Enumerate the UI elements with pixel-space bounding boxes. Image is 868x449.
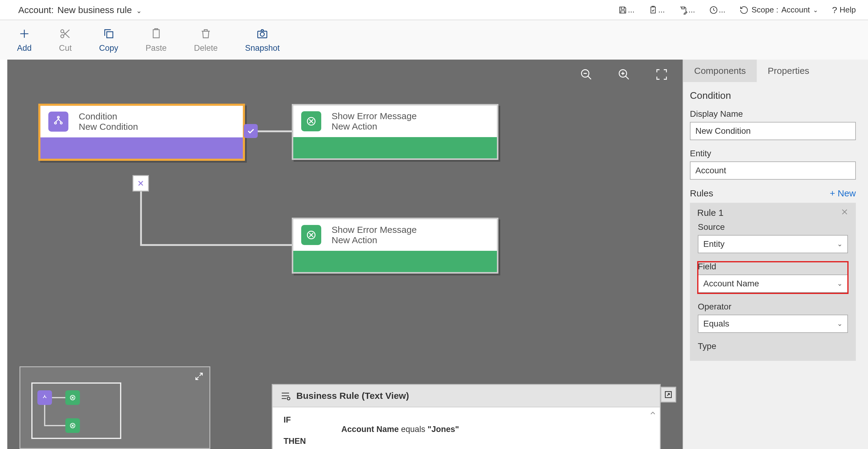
condition-icon — [48, 112, 68, 131]
text-view-header[interactable]: Business Rule (Text View) — [273, 385, 660, 407]
operator-select[interactable]: Equals ⌄ — [698, 315, 848, 333]
condition-footer — [40, 138, 243, 159]
false-branch-badge[interactable] — [132, 175, 149, 191]
stmt-val: "Jones" — [428, 425, 459, 434]
scroll-up-button[interactable] — [649, 409, 658, 418]
check-icon — [246, 127, 255, 135]
action-footer — [293, 137, 497, 158]
activate-menu[interactable]: ... — [709, 5, 725, 14]
question-icon: ? — [832, 5, 837, 15]
cut-label: Cut — [59, 43, 72, 53]
copy-icon — [103, 28, 115, 40]
x-icon — [136, 179, 145, 187]
error-action-icon — [301, 111, 321, 131]
scissors-icon — [59, 28, 71, 40]
svg-point-7 — [260, 32, 265, 36]
node-title: Show Error Message — [332, 111, 417, 121]
rules-label: Rules — [690, 188, 713, 199]
help-label: Help — [840, 5, 856, 14]
svg-rect-4 — [107, 32, 113, 38]
validate-menu[interactable]: ... — [649, 5, 665, 14]
chevron-down-icon: ⌄ — [813, 6, 818, 14]
text-view-popout-button[interactable] — [660, 387, 676, 402]
clipboard-icon — [150, 28, 162, 40]
svg-point-11 — [60, 122, 62, 124]
condition-node[interactable]: Condition New Condition — [38, 104, 245, 161]
paste-button[interactable]: Paste — [146, 28, 166, 53]
add-button[interactable]: Add — [17, 28, 32, 53]
operator-value: Equals — [703, 319, 730, 329]
field-value: Account Name — [703, 279, 759, 289]
clock-icon — [709, 5, 718, 14]
source-value: Entity — [703, 239, 724, 249]
tab-components[interactable]: Components — [683, 60, 757, 82]
delete-label: Delete — [194, 43, 218, 53]
popout-icon — [664, 390, 673, 399]
stmt-op: equals — [401, 425, 426, 434]
action-node-1[interactable]: Show Error Message New Action — [292, 104, 498, 160]
text-view-title: Business Rule (Text View) — [296, 391, 409, 401]
display-name-label: Display Name — [690, 109, 856, 119]
text-view-panel: Business Rule (Text View) IF Account Nam… — [272, 384, 661, 449]
help-link[interactable]: ? Help — [832, 5, 856, 15]
minimap[interactable] — [20, 366, 210, 449]
stmt-field: Account Name — [341, 425, 399, 434]
true-branch-badge[interactable] — [244, 124, 258, 138]
trash-icon — [200, 28, 212, 40]
title-entity-label: Account: — [18, 5, 54, 15]
scope-selector[interactable]: Scope : Account ⌄ — [739, 5, 818, 14]
field-label: Field — [698, 262, 848, 271]
history-icon — [739, 5, 749, 14]
if-keyword: IF — [284, 415, 649, 425]
plus-icon — [18, 28, 30, 40]
source-select[interactable]: Entity ⌄ — [698, 235, 848, 253]
display-name-input[interactable] — [690, 122, 856, 140]
text-view-body: IF Account Name equals "Jones" THEN — [273, 407, 660, 449]
cut-button[interactable]: Cut — [59, 28, 72, 53]
delete-button[interactable]: Delete — [194, 28, 218, 53]
chevron-down-icon: ⌄ — [837, 240, 842, 248]
chevron-down-icon: ⌄ — [136, 7, 142, 15]
close-icon — [841, 208, 848, 216]
add-label: Add — [17, 43, 32, 53]
then-keyword: THEN — [284, 437, 649, 446]
if-statement: Account Name equals "Jones" — [341, 425, 649, 434]
list-settings-icon — [280, 390, 291, 401]
chevron-up-icon — [649, 409, 657, 417]
entity-label: Entity — [690, 149, 856, 158]
rule-title-dropdown[interactable]: Account: New business rule ⌄ — [18, 5, 142, 15]
snapshot-button[interactable]: Snapshot — [245, 28, 280, 53]
svg-point-10 — [54, 122, 56, 124]
snapshot-label: Snapshot — [245, 43, 280, 53]
rule-1-title: Rule 1 — [697, 208, 724, 218]
copy-button[interactable]: Copy — [99, 28, 118, 53]
save-pencil-icon — [679, 5, 688, 14]
svg-rect-5 — [153, 30, 159, 38]
operator-label: Operator — [698, 302, 848, 311]
minimap-lines — [20, 367, 209, 448]
title-rule-name: New business rule — [57, 5, 132, 15]
source-label: Source — [698, 222, 848, 232]
error-action-icon — [301, 225, 321, 245]
action-footer — [293, 251, 497, 272]
node-subtitle: New Action — [332, 235, 417, 245]
panel-section-title: Condition — [690, 90, 856, 101]
paste-label: Paste — [146, 43, 166, 53]
chevron-down-icon: ⌄ — [837, 320, 842, 328]
design-canvas[interactable]: Condition New Condition Show Error Messa… — [7, 60, 683, 449]
title-bar: Account: New business rule ⌄ ... ... ...… — [0, 0, 868, 20]
rule-delete-button[interactable] — [841, 208, 848, 218]
new-rule-button[interactable]: + New — [830, 188, 856, 199]
field-select[interactable]: Account Name ⌄ — [698, 274, 848, 293]
node-subtitle: New Condition — [79, 122, 138, 132]
save-as-menu[interactable]: ... — [679, 5, 695, 14]
entity-input[interactable] — [690, 161, 856, 180]
save-menu[interactable]: ... — [618, 5, 634, 14]
action-node-2[interactable]: Show Error Message New Action — [292, 218, 498, 274]
tab-properties[interactable]: Properties — [757, 60, 820, 82]
chevron-down-icon: ⌄ — [837, 280, 842, 288]
copy-label: Copy — [99, 43, 118, 53]
svg-point-18 — [287, 397, 290, 400]
svg-point-3 — [61, 35, 64, 38]
node-subtitle: New Action — [332, 121, 417, 131]
